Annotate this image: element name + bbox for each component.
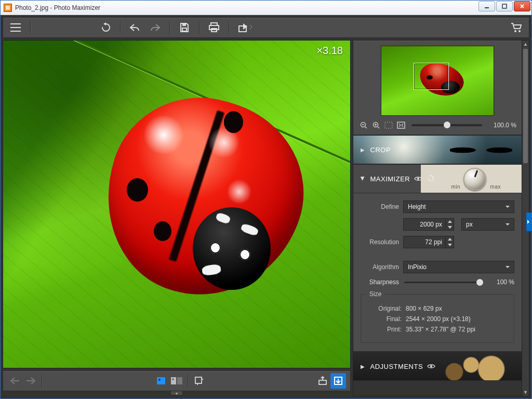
size-spin-up-icon[interactable] (446, 219, 454, 224)
unit-dropdown[interactable]: px (461, 218, 514, 231)
resolution-label: Resolution (361, 238, 399, 246)
navigator-viewport-rect[interactable] (414, 63, 449, 90)
prev-image-button[interactable] (7, 373, 23, 389)
svg-point-24 (430, 365, 432, 367)
size-print-key: Print: (368, 326, 402, 333)
window-minimize-button[interactable] (478, 1, 495, 11)
visibility-eye-icon[interactable] (414, 175, 422, 183)
canvas-area[interactable]: ×3.18 (3, 40, 351, 368)
toolbar-separator (42, 374, 42, 388)
undo-button[interactable] (127, 19, 143, 36)
resolution-spin-down-icon[interactable] (446, 242, 454, 248)
redo-button[interactable] (147, 19, 163, 36)
filmstrip-expand-handle[interactable]: ▴ (3, 391, 351, 396)
reset-button[interactable] (97, 19, 114, 36)
right-flyout-tab[interactable] (526, 212, 531, 231)
window-titlebar[interactable]: Photo_2.jpg - Photo Maximizer (1, 1, 531, 15)
scroll-up-icon[interactable]: ▲ (522, 41, 529, 48)
unit-value: px (466, 221, 473, 228)
side-panel: 100.0 % ▶ CROP ▶ MAXIMIZER (353, 40, 522, 396)
scroll-down-icon[interactable]: ▼ (522, 389, 529, 396)
window-close-button[interactable] (514, 1, 530, 11)
resolution-spin-up-icon[interactable] (446, 236, 454, 242)
zoom-slider-knob[interactable] (444, 122, 450, 128)
algorithm-value: InPixio (408, 263, 427, 271)
section-maximizer-header[interactable]: ▶ MAXIMIZER min max (353, 164, 522, 193)
size-spinner[interactable] (446, 218, 454, 231)
crop-tool-button[interactable] (191, 373, 207, 389)
svg-rect-11 (157, 377, 165, 384)
chevron-down-icon: ▶ (360, 177, 366, 181)
sharpness-slider[interactable] (404, 282, 483, 283)
section-maximizer-title: MAXIMIZER (370, 175, 410, 183)
share-button[interactable] (235, 19, 256, 36)
svg-point-12 (158, 379, 161, 381)
zoom-out-icon[interactable] (358, 120, 369, 130)
svg-rect-2 (502, 4, 507, 8)
svg-rect-17 (319, 380, 326, 384)
resolution-field[interactable]: 72 ppi (403, 236, 446, 248)
resolution-row: Resolution 72 ppi (361, 236, 514, 248)
toolbar-separator (229, 21, 229, 34)
zoom-percent-label: 100.0 % (487, 122, 516, 129)
export-button[interactable] (315, 373, 330, 389)
define-value: Height (408, 203, 426, 210)
svg-point-9 (514, 30, 516, 32)
view-single-button[interactable] (153, 373, 169, 389)
window-title: Photo_2.jpg - Photo Maximizer (15, 4, 478, 11)
left-pane: ×3.18 (3, 40, 351, 396)
navigator-panel: 100.0 % (353, 41, 522, 135)
app-window: Photo_2.jpg - Photo Maximizer (0, 0, 532, 399)
fit-screen-icon[interactable] (383, 120, 394, 130)
sharpness-slider-knob[interactable] (476, 279, 483, 286)
zoom-slider[interactable] (411, 124, 482, 126)
resolution-spinner[interactable] (446, 236, 454, 248)
algorithm-dropdown[interactable]: InPixio (403, 261, 514, 273)
actual-size-icon[interactable] (396, 120, 406, 130)
workspace: ×3.18 (3, 40, 529, 396)
svg-point-15 (172, 378, 174, 380)
svg-rect-22 (397, 122, 405, 128)
sharpness-row: Sharpness 100 % (361, 278, 514, 286)
dial-max-label: max (490, 184, 501, 190)
size-row: 2000 px px (361, 218, 514, 231)
define-row: Define Height (361, 201, 514, 213)
size-final-key: Final: (368, 315, 402, 323)
section-crop-header[interactable]: ▶ CROP (353, 135, 522, 164)
sharpness-value: 100 % (488, 278, 514, 286)
app-icon (4, 4, 12, 12)
window-buttons (478, 1, 531, 15)
section-reset-icon[interactable] (427, 175, 434, 183)
visibility-eye-icon[interactable] (427, 363, 435, 370)
section-crop-title: CROP (370, 146, 391, 154)
canvas-image[interactable] (3, 41, 350, 368)
dial-min-label: min (451, 184, 460, 190)
zoom-in-icon[interactable] (371, 120, 381, 130)
view-compare-button[interactable] (169, 373, 184, 389)
next-image-button[interactable] (23, 373, 38, 389)
navigator-thumbnail[interactable] (381, 46, 494, 116)
print-button[interactable] (206, 19, 222, 36)
save-button[interactable] (176, 19, 193, 36)
right-pane: 100.0 % ▶ CROP ▶ MAXIMIZER (353, 40, 529, 396)
app-body: ×3.18 (1, 15, 531, 398)
size-field[interactable]: 2000 px (403, 218, 446, 231)
hamburger-menu-icon[interactable] (7, 19, 24, 36)
apply-button[interactable] (330, 373, 346, 389)
toolbar-separator (199, 21, 200, 34)
intensity-dial[interactable] (463, 168, 486, 191)
size-spin-down-icon[interactable] (446, 224, 454, 230)
svg-rect-16 (195, 377, 202, 383)
svg-point-10 (518, 30, 521, 32)
scroll-thumb[interactable] (523, 49, 528, 163)
cart-button[interactable] (508, 19, 525, 36)
size-value: 2000 px (420, 221, 442, 228)
toolbar-separator (30, 21, 31, 34)
algorithm-label: Algorithm (361, 263, 399, 271)
window-maximize-button[interactable] (496, 1, 513, 11)
navigator-controls: 100.0 % (358, 120, 516, 130)
section-adjustments-header[interactable]: ▶ ADJUSTMENTS (353, 352, 522, 381)
define-dropdown[interactable]: Height (403, 201, 514, 213)
size-original-val: 800 × 629 px (406, 305, 442, 312)
toolbar-separator (120, 21, 121, 34)
